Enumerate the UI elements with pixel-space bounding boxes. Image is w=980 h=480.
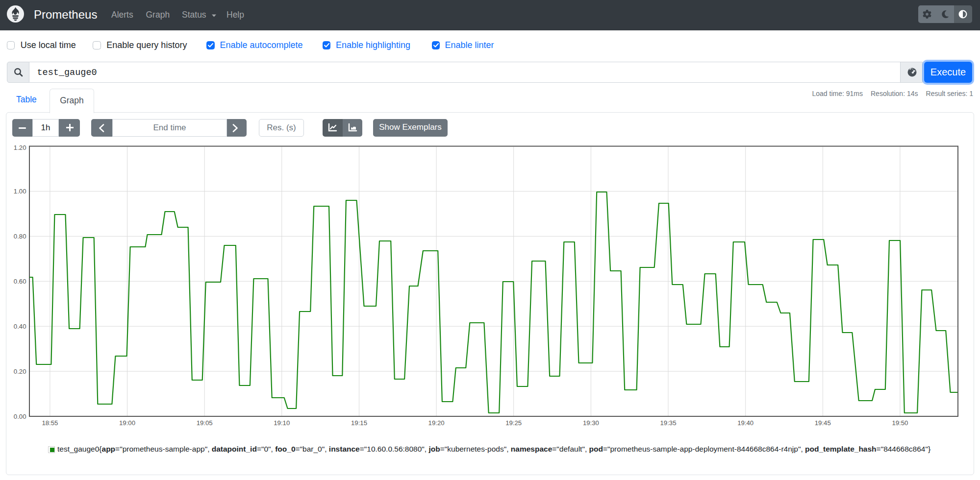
svg-text:0.00: 0.00 <box>14 413 26 420</box>
svg-text:0.20: 0.20 <box>14 368 26 375</box>
svg-text:19:20: 19:20 <box>428 419 445 427</box>
svg-text:19:25: 19:25 <box>505 419 522 427</box>
svg-text:19:00: 19:00 <box>119 419 135 427</box>
svg-text:19:05: 19:05 <box>197 419 213 427</box>
svg-text:18:55: 18:55 <box>42 419 58 427</box>
svg-text:0.60: 0.60 <box>14 278 26 285</box>
svg-text:1.20: 1.20 <box>14 144 26 151</box>
svg-text:19:15: 19:15 <box>351 419 367 427</box>
svg-text:19:10: 19:10 <box>274 419 290 427</box>
svg-text:1.00: 1.00 <box>14 188 26 195</box>
svg-text:19:40: 19:40 <box>737 419 754 427</box>
svg-text:19:30: 19:30 <box>583 419 599 427</box>
svg-text:19:45: 19:45 <box>815 419 831 427</box>
svg-text:19:35: 19:35 <box>660 419 676 427</box>
svg-text:19:50: 19:50 <box>892 419 908 427</box>
svg-text:0.40: 0.40 <box>14 323 26 330</box>
svg-text:0.80: 0.80 <box>14 233 26 240</box>
